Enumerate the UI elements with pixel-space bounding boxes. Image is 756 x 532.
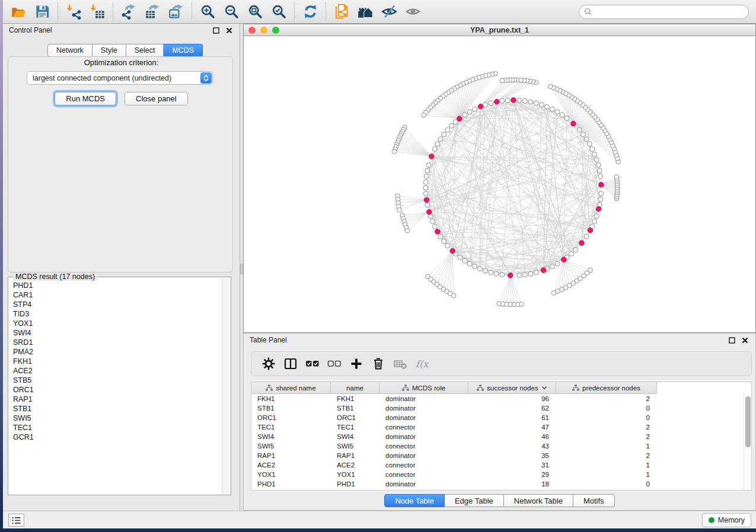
- network-node[interactable]: [438, 234, 443, 239]
- table-row[interactable]: YOX1YOX1connector291: [251, 470, 744, 479]
- network-node[interactable]: [392, 149, 397, 154]
- mcds-hub-node[interactable]: [457, 116, 462, 121]
- toolbar-zoom-selected-button[interactable]: [267, 1, 291, 23]
- network-node[interactable]: [550, 107, 555, 111]
- network-node[interactable]: [592, 219, 597, 224]
- toolbar-zoom-in-button[interactable]: [196, 1, 219, 23]
- network-node[interactable]: [438, 137, 443, 142]
- mcds-hub-node[interactable]: [478, 104, 483, 110]
- list-item[interactable]: STB5: [9, 376, 222, 385]
- mcds-hub-node[interactable]: [508, 273, 513, 278]
- network-node[interactable]: [442, 239, 446, 243]
- network-node[interactable]: [587, 142, 592, 146]
- network-node[interactable]: [445, 127, 450, 132]
- mcds-hub-node[interactable]: [571, 121, 576, 127]
- mcds-hub-node[interactable]: [426, 210, 432, 215]
- optimization-criterion-select[interactable]: largest connected component (undirected): [27, 71, 213, 85]
- network-node[interactable]: [500, 273, 505, 277]
- network-node[interactable]: [467, 110, 472, 114]
- network-node[interactable]: [592, 152, 597, 156]
- mcds-hub-node[interactable]: [588, 228, 593, 233]
- network-node[interactable]: [430, 219, 435, 224]
- table-row[interactable]: STB1STB1dominator620: [251, 403, 744, 413]
- network-node[interactable]: [505, 98, 510, 102]
- column-header-successor-nodes[interactable]: successor nodes: [468, 382, 556, 394]
- network-node[interactable]: [598, 197, 603, 201]
- network-node[interactable]: [483, 268, 487, 273]
- toolbar-eye-slash-button[interactable]: [377, 1, 401, 23]
- network-node[interactable]: [442, 132, 446, 137]
- network-node[interactable]: [432, 147, 437, 152]
- network-node[interactable]: [540, 102, 544, 107]
- mcds-hub-node[interactable]: [511, 98, 516, 103]
- toolbar-zoom-out-button[interactable]: [219, 1, 243, 23]
- table-row[interactable]: ACE2ACE2connector311: [251, 460, 744, 470]
- network-node[interactable]: [423, 191, 428, 196]
- close-panel-button[interactable]: [225, 26, 234, 35]
- network-node[interactable]: [425, 168, 430, 173]
- network-node[interactable]: [397, 208, 402, 213]
- list-item[interactable]: FKH1: [9, 357, 222, 366]
- table-toolbar-function-button[interactable]: f(x): [411, 353, 433, 374]
- list-item[interactable]: STB1: [9, 404, 222, 414]
- network-node[interactable]: [473, 264, 477, 269]
- search-box[interactable]: [579, 5, 749, 19]
- network-node[interactable]: [422, 113, 426, 118]
- network-node[interactable]: [462, 258, 467, 263]
- toolbar-export-table-button[interactable]: [141, 1, 164, 23]
- network-node[interactable]: [614, 175, 619, 180]
- table-toolbar-add-button[interactable]: [345, 353, 367, 374]
- tab-mcds[interactable]: MCDS: [164, 44, 203, 57]
- table-toolbar-select-all-button[interactable]: [301, 353, 323, 374]
- network-node[interactable]: [560, 113, 564, 117]
- close-table-panel-button[interactable]: [741, 336, 749, 345]
- network-node[interactable]: [564, 116, 569, 121]
- network-node[interactable]: [545, 104, 550, 109]
- network-node[interactable]: [598, 174, 603, 179]
- network-node[interactable]: [449, 123, 454, 128]
- network-node[interactable]: [528, 100, 533, 104]
- network-node[interactable]: [445, 243, 450, 248]
- list-item[interactable]: SWI5: [9, 414, 222, 423]
- network-node[interactable]: [483, 102, 487, 107]
- table-scrollbar[interactable]: [744, 394, 751, 490]
- network-node[interactable]: [555, 110, 560, 114]
- network-node[interactable]: [477, 267, 482, 271]
- mcds-list-scrollbar[interactable]: [222, 278, 230, 494]
- list-item[interactable]: RAP1: [9, 395, 222, 404]
- column-header-MCDS-role[interactable]: MCDS role: [379, 382, 468, 394]
- network-node[interactable]: [594, 157, 599, 162]
- toolbar-export-network-button[interactable]: [117, 1, 141, 23]
- table-row[interactable]: SWI4SWI4dominator462: [251, 432, 744, 441]
- table-row[interactable]: ORC1ORC1dominator610: [251, 413, 744, 422]
- network-node[interactable]: [489, 270, 493, 275]
- toolbar-refresh-button[interactable]: [298, 1, 322, 23]
- network-node[interactable]: [548, 84, 553, 89]
- network-node[interactable]: [432, 225, 437, 229]
- mcds-hub-node[interactable]: [429, 154, 435, 159]
- network-node[interactable]: [584, 137, 589, 142]
- network-node[interactable]: [462, 113, 467, 117]
- list-item[interactable]: CAR1: [9, 290, 222, 300]
- mcds-hub-node[interactable]: [495, 99, 500, 104]
- network-node[interactable]: [451, 293, 456, 298]
- network-node[interactable]: [517, 98, 522, 102]
- network-node[interactable]: [467, 261, 472, 266]
- network-node[interactable]: [522, 98, 527, 103]
- table-row[interactable]: RAP1RAP1dominator352: [251, 451, 744, 460]
- close-panel-button-mcds[interactable]: Close panel: [125, 92, 188, 105]
- network-node[interactable]: [458, 255, 462, 259]
- mcds-hub-node[interactable]: [424, 197, 429, 203]
- network-node[interactable]: [577, 127, 582, 132]
- network-node[interactable]: [590, 147, 595, 152]
- network-node[interactable]: [534, 270, 538, 275]
- list-item[interactable]: STP4: [9, 300, 222, 309]
- network-node[interactable]: [519, 302, 524, 307]
- list-item[interactable]: TID3: [9, 309, 222, 319]
- network-node[interactable]: [517, 273, 522, 278]
- network-node[interactable]: [573, 248, 578, 252]
- network-node[interactable]: [500, 98, 505, 103]
- table-row[interactable]: PHD1PHD1dominator180: [251, 479, 744, 489]
- toolbar-houses-button[interactable]: [353, 1, 377, 23]
- toolbar-save-button[interactable]: [30, 1, 54, 23]
